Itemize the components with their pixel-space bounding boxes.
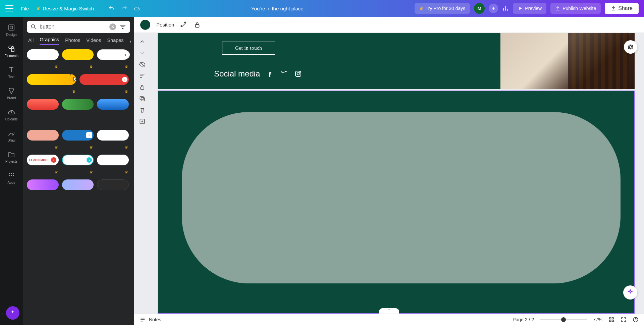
help-icon[interactable] [633, 317, 639, 323]
pro-crown-icon: ♛ [125, 170, 128, 175]
graphic-item[interactable] [27, 99, 59, 110]
grid-view-icon[interactable] [608, 317, 614, 323]
menu-hamburger-icon[interactable] [5, 5, 13, 11]
resize-magic-switch[interactable]: ♛ Resize & Magic Switch [36, 6, 94, 11]
avatar[interactable]: M [474, 3, 485, 14]
zoom-slider[interactable] [540, 319, 587, 320]
drag-handle-icon[interactable]: ⋮⋮ [1, 313, 6, 316]
tab-shapes[interactable]: Shapes [107, 38, 123, 45]
pill-shape-element[interactable] [182, 112, 621, 283]
rail-projects[interactable]: Projects [0, 147, 23, 167]
crown-icon: ♛ [36, 6, 41, 11]
graphic-item[interactable] [62, 49, 94, 60]
preview-button[interactable]: Preview [513, 3, 546, 14]
graphic-item[interactable] [27, 130, 59, 141]
page-tools [139, 38, 146, 125]
tabs-scroll-right-icon[interactable]: › [130, 39, 131, 44]
try-pro-button[interactable]: ♛ Try Pro for 30 days [415, 3, 470, 14]
visibility-icon[interactable] [139, 61, 146, 68]
svg-point-9 [13, 175, 14, 176]
graphic-item[interactable]: LEARN MORE » [27, 155, 59, 165]
magic-wand-icon[interactable] [180, 21, 187, 29]
rail-brand[interactable]: Brand [0, 84, 23, 103]
rail-draw-label: Draw [7, 139, 15, 142]
preview-label: Preview [525, 6, 542, 11]
twitter-icon[interactable] [280, 70, 288, 78]
page-color-swatch[interactable] [140, 20, 150, 30]
share-icon [611, 6, 616, 11]
canva-assistant-button[interactable] [6, 306, 19, 320]
get-in-touch-button[interactable]: Get in touch [222, 42, 275, 55]
position-button[interactable]: Position [156, 22, 174, 28]
zoom-value[interactable]: 77% [593, 317, 602, 322]
graphic-item[interactable] [97, 99, 129, 110]
publish-label: Publish Website [562, 6, 596, 11]
analytics-icon[interactable] [502, 5, 509, 12]
pro-crown-icon: ♛ [90, 65, 93, 69]
graphic-item[interactable] [97, 179, 129, 190]
graphic-item[interactable] [97, 130, 129, 141]
graphic-item[interactable] [62, 179, 94, 190]
graphic-item[interactable] [27, 49, 59, 60]
filter-icon[interactable] [119, 23, 127, 31]
top-bar: File ♛ Resize & Magic Switch You're in t… [0, 0, 644, 17]
tab-videos[interactable]: Videos [86, 38, 101, 45]
fullscreen-icon[interactable] [621, 317, 627, 323]
rail-uploads[interactable]: Uploads [0, 105, 23, 124]
graphic-item[interactable]: › [62, 155, 94, 165]
graphic-item[interactable] [97, 155, 129, 165]
tab-photos[interactable]: Photos [65, 38, 80, 45]
results-list[interactable]: › ♛ ♛ ♛ › ♛ ♛ [27, 49, 130, 321]
rail-elements[interactable]: Elements [0, 41, 23, 61]
undo-icon[interactable] [108, 5, 115, 12]
sparkle-icon [627, 289, 634, 296]
graphic-item[interactable] [62, 99, 94, 110]
publish-button[interactable]: Publish Website [550, 3, 601, 14]
search-input[interactable] [40, 24, 107, 30]
graphic-item[interactable]: › [79, 74, 129, 85]
page-indicator[interactable]: Page 2 / 2 [513, 317, 534, 322]
magic-assist-button[interactable] [623, 285, 637, 300]
redo-icon[interactable] [121, 5, 127, 12]
regen-button[interactable] [624, 40, 637, 54]
duplicate-page-icon[interactable] [139, 95, 146, 102]
graphic-item[interactable] [27, 74, 76, 85]
facebook-icon[interactable] [266, 70, 274, 78]
lock-icon[interactable] [194, 21, 201, 29]
expand-down-icon[interactable] [139, 50, 146, 56]
graphic-item[interactable]: » [62, 130, 94, 141]
social-media-label: Social media [214, 69, 260, 78]
file-menu[interactable]: File [21, 6, 29, 11]
add-member-button[interactable]: + [489, 4, 498, 13]
chevron-right-icon: » [51, 157, 56, 163]
stage[interactable]: Get in touch Social media [134, 33, 644, 314]
sparkle-icon [9, 310, 16, 316]
instagram-icon[interactable] [294, 70, 302, 78]
graphic-item[interactable] [27, 179, 59, 190]
document-title[interactable]: You're in the right place [251, 6, 304, 11]
apps-icon [7, 171, 15, 179]
lock-page-icon[interactable] [139, 84, 146, 91]
rail-draw[interactable]: Draw [0, 126, 23, 146]
zoom-thumb[interactable] [561, 317, 566, 322]
tab-graphics[interactable]: Graphics [40, 37, 59, 45]
cloud-sync-icon[interactable] [133, 5, 140, 12]
row-scroll-right-icon[interactable]: › [121, 50, 130, 59]
rail-text[interactable]: Text [0, 62, 23, 82]
svg-point-8 [11, 175, 12, 176]
share-button[interactable]: Share [605, 3, 639, 14]
show-pages-button[interactable]: ˄ [379, 308, 399, 314]
delete-page-icon[interactable] [139, 107, 146, 113]
collapse-up-icon[interactable] [139, 38, 146, 45]
rail-apps[interactable]: Apps [0, 168, 23, 188]
comments-icon[interactable] [139, 72, 146, 79]
clear-search-icon[interactable]: ✕ [109, 23, 116, 30]
tab-all[interactable]: All [28, 38, 34, 45]
notes-button[interactable]: Notes [140, 317, 161, 323]
page-2[interactable] [158, 91, 635, 314]
page-1[interactable]: Get in touch Social media [158, 33, 635, 89]
rail-design[interactable]: Design [0, 20, 23, 40]
hero-image[interactable] [500, 33, 635, 89]
projects-icon [7, 150, 15, 158]
add-page-icon[interactable] [139, 118, 146, 125]
